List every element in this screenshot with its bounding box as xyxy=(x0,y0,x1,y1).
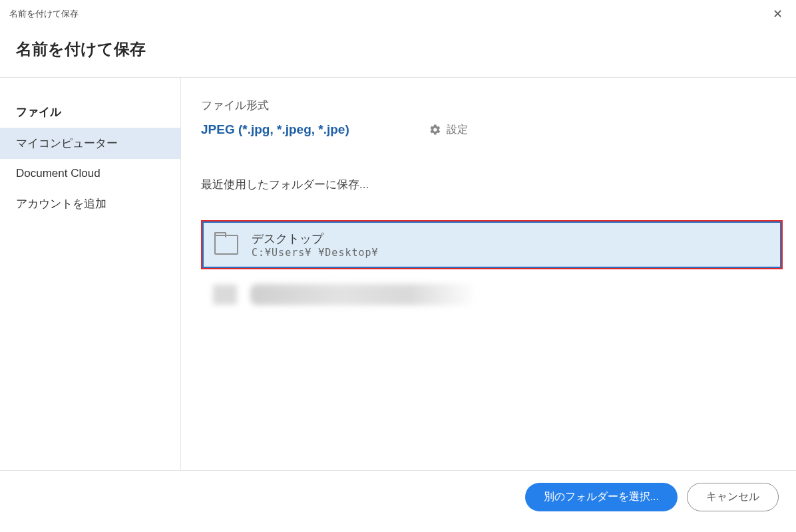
folder-icon xyxy=(214,235,238,255)
recent-folders-label: 最近使用したフォルダーに保存... xyxy=(201,177,789,192)
recent-folder-desktop[interactable]: デスクトップ C:¥Users¥ ¥Desktop¥ xyxy=(201,220,783,269)
file-format-row: JPEG (*.jpg, *.jpeg, *.jpe) 設定 xyxy=(201,122,789,137)
folder-icon xyxy=(213,285,237,305)
folder-path: C:¥Users¥ ¥Desktop¥ xyxy=(252,247,379,259)
sidebar-item-document-cloud[interactable]: Document Cloud xyxy=(0,159,180,188)
gear-icon xyxy=(429,124,441,136)
window-title: 名前を付けて保存 xyxy=(9,8,79,20)
folder-text: デスクトップ C:¥Users¥ ¥Desktop¥ xyxy=(252,231,379,259)
close-icon[interactable]: ✕ xyxy=(769,5,787,23)
titlebar: 名前を付けて保存 ✕ xyxy=(0,0,796,27)
dialog-body: ファイル マイコンピューター Document Cloud アカウントを追加 フ… xyxy=(0,78,796,470)
recent-folder-redacted xyxy=(201,279,789,311)
folder-name: デスクトップ xyxy=(252,231,379,247)
sidebar: ファイル マイコンピューター Document Cloud アカウントを追加 xyxy=(0,78,181,470)
sidebar-item-add-account[interactable]: アカウントを追加 xyxy=(0,188,180,219)
page-title: 名前を付けて保存 xyxy=(16,39,780,60)
file-format-dropdown[interactable]: JPEG (*.jpg, *.jpeg, *.jpe) xyxy=(201,122,349,137)
file-format-label: ファイル形式 xyxy=(201,98,789,113)
dialog-header: 名前を付けて保存 xyxy=(0,27,796,77)
sidebar-section-files: ファイル xyxy=(0,96,180,128)
cancel-button[interactable]: キャンセル xyxy=(687,483,779,511)
format-settings-link[interactable]: 設定 xyxy=(429,123,468,137)
dialog-footer: 別のフォルダーを選択... キャンセル xyxy=(0,470,796,523)
choose-different-folder-button[interactable]: 別のフォルダーを選択... xyxy=(525,483,678,511)
main-panel: ファイル形式 JPEG (*.jpg, *.jpeg, *.jpe) 設定 最近… xyxy=(181,78,796,470)
format-settings-label: 設定 xyxy=(447,123,468,137)
redacted-text xyxy=(250,284,477,305)
sidebar-item-my-computer[interactable]: マイコンピューター xyxy=(0,128,180,159)
